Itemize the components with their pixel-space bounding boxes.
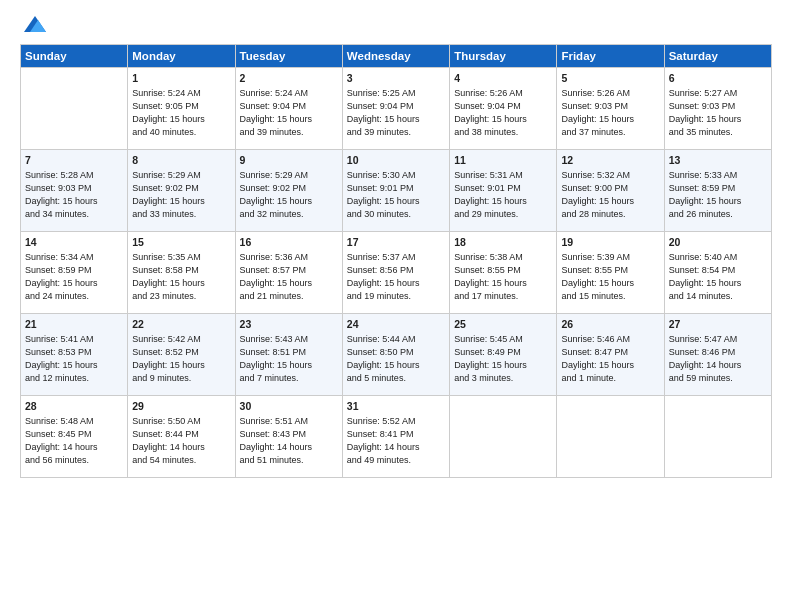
day-info: Sunrise: 5:26 AM Sunset: 9:04 PM Dayligh… xyxy=(454,87,552,139)
day-info: Sunrise: 5:50 AM Sunset: 8:44 PM Dayligh… xyxy=(132,415,230,467)
day-info: Sunrise: 5:32 AM Sunset: 9:00 PM Dayligh… xyxy=(561,169,659,221)
calendar-cell: 31Sunrise: 5:52 AM Sunset: 8:41 PM Dayli… xyxy=(342,396,449,478)
week-row-2: 7Sunrise: 5:28 AM Sunset: 9:03 PM Daylig… xyxy=(21,150,772,232)
day-info: Sunrise: 5:28 AM Sunset: 9:03 PM Dayligh… xyxy=(25,169,123,221)
day-info: Sunrise: 5:46 AM Sunset: 8:47 PM Dayligh… xyxy=(561,333,659,385)
calendar-cell: 17Sunrise: 5:37 AM Sunset: 8:56 PM Dayli… xyxy=(342,232,449,314)
calendar-cell: 9Sunrise: 5:29 AM Sunset: 9:02 PM Daylig… xyxy=(235,150,342,232)
day-info: Sunrise: 5:27 AM Sunset: 9:03 PM Dayligh… xyxy=(669,87,767,139)
calendar-cell: 23Sunrise: 5:43 AM Sunset: 8:51 PM Dayli… xyxy=(235,314,342,396)
day-info: Sunrise: 5:40 AM Sunset: 8:54 PM Dayligh… xyxy=(669,251,767,303)
day-number: 31 xyxy=(347,399,445,414)
day-info: Sunrise: 5:37 AM Sunset: 8:56 PM Dayligh… xyxy=(347,251,445,303)
day-info: Sunrise: 5:29 AM Sunset: 9:02 PM Dayligh… xyxy=(132,169,230,221)
logo-icon xyxy=(24,16,46,32)
day-number: 22 xyxy=(132,317,230,332)
calendar-cell: 12Sunrise: 5:32 AM Sunset: 9:00 PM Dayli… xyxy=(557,150,664,232)
day-info: Sunrise: 5:33 AM Sunset: 8:59 PM Dayligh… xyxy=(669,169,767,221)
calendar-cell: 5Sunrise: 5:26 AM Sunset: 9:03 PM Daylig… xyxy=(557,68,664,150)
day-number: 5 xyxy=(561,71,659,86)
day-number: 21 xyxy=(25,317,123,332)
calendar-cell: 27Sunrise: 5:47 AM Sunset: 8:46 PM Dayli… xyxy=(664,314,771,396)
day-info: Sunrise: 5:25 AM Sunset: 9:04 PM Dayligh… xyxy=(347,87,445,139)
calendar-cell: 24Sunrise: 5:44 AM Sunset: 8:50 PM Dayli… xyxy=(342,314,449,396)
day-info: Sunrise: 5:36 AM Sunset: 8:57 PM Dayligh… xyxy=(240,251,338,303)
calendar-cell: 22Sunrise: 5:42 AM Sunset: 8:52 PM Dayli… xyxy=(128,314,235,396)
calendar-cell: 6Sunrise: 5:27 AM Sunset: 9:03 PM Daylig… xyxy=(664,68,771,150)
day-number: 1 xyxy=(132,71,230,86)
day-info: Sunrise: 5:29 AM Sunset: 9:02 PM Dayligh… xyxy=(240,169,338,221)
day-number: 13 xyxy=(669,153,767,168)
calendar-cell: 16Sunrise: 5:36 AM Sunset: 8:57 PM Dayli… xyxy=(235,232,342,314)
day-number: 18 xyxy=(454,235,552,250)
calendar-cell xyxy=(450,396,557,478)
day-info: Sunrise: 5:30 AM Sunset: 9:01 PM Dayligh… xyxy=(347,169,445,221)
calendar-cell: 14Sunrise: 5:34 AM Sunset: 8:59 PM Dayli… xyxy=(21,232,128,314)
calendar-cell: 1Sunrise: 5:24 AM Sunset: 9:05 PM Daylig… xyxy=(128,68,235,150)
day-number: 19 xyxy=(561,235,659,250)
day-number: 7 xyxy=(25,153,123,168)
calendar-cell xyxy=(557,396,664,478)
header-row: Sunday Monday Tuesday Wednesday Thursday… xyxy=(21,45,772,68)
day-info: Sunrise: 5:35 AM Sunset: 8:58 PM Dayligh… xyxy=(132,251,230,303)
day-info: Sunrise: 5:45 AM Sunset: 8:49 PM Dayligh… xyxy=(454,333,552,385)
calendar-cell: 7Sunrise: 5:28 AM Sunset: 9:03 PM Daylig… xyxy=(21,150,128,232)
day-info: Sunrise: 5:39 AM Sunset: 8:55 PM Dayligh… xyxy=(561,251,659,303)
day-info: Sunrise: 5:31 AM Sunset: 9:01 PM Dayligh… xyxy=(454,169,552,221)
calendar-cell: 10Sunrise: 5:30 AM Sunset: 9:01 PM Dayli… xyxy=(342,150,449,232)
day-info: Sunrise: 5:44 AM Sunset: 8:50 PM Dayligh… xyxy=(347,333,445,385)
col-wednesday: Wednesday xyxy=(342,45,449,68)
calendar-cell: 4Sunrise: 5:26 AM Sunset: 9:04 PM Daylig… xyxy=(450,68,557,150)
day-number: 8 xyxy=(132,153,230,168)
col-sunday: Sunday xyxy=(21,45,128,68)
day-number: 4 xyxy=(454,71,552,86)
day-info: Sunrise: 5:51 AM Sunset: 8:43 PM Dayligh… xyxy=(240,415,338,467)
day-number: 27 xyxy=(669,317,767,332)
calendar-cell: 28Sunrise: 5:48 AM Sunset: 8:45 PM Dayli… xyxy=(21,396,128,478)
day-info: Sunrise: 5:42 AM Sunset: 8:52 PM Dayligh… xyxy=(132,333,230,385)
day-info: Sunrise: 5:24 AM Sunset: 9:04 PM Dayligh… xyxy=(240,87,338,139)
calendar-cell: 29Sunrise: 5:50 AM Sunset: 8:44 PM Dayli… xyxy=(128,396,235,478)
day-info: Sunrise: 5:41 AM Sunset: 8:53 PM Dayligh… xyxy=(25,333,123,385)
col-friday: Friday xyxy=(557,45,664,68)
day-info: Sunrise: 5:52 AM Sunset: 8:41 PM Dayligh… xyxy=(347,415,445,467)
day-number: 12 xyxy=(561,153,659,168)
day-number: 15 xyxy=(132,235,230,250)
day-number: 26 xyxy=(561,317,659,332)
calendar-cell: 21Sunrise: 5:41 AM Sunset: 8:53 PM Dayli… xyxy=(21,314,128,396)
calendar-cell xyxy=(664,396,771,478)
day-info: Sunrise: 5:48 AM Sunset: 8:45 PM Dayligh… xyxy=(25,415,123,467)
calendar-cell: 13Sunrise: 5:33 AM Sunset: 8:59 PM Dayli… xyxy=(664,150,771,232)
day-number: 24 xyxy=(347,317,445,332)
day-number: 14 xyxy=(25,235,123,250)
header xyxy=(20,16,772,36)
calendar-cell xyxy=(21,68,128,150)
day-number: 23 xyxy=(240,317,338,332)
day-number: 28 xyxy=(25,399,123,414)
week-row-5: 28Sunrise: 5:48 AM Sunset: 8:45 PM Dayli… xyxy=(21,396,772,478)
day-number: 9 xyxy=(240,153,338,168)
calendar-cell: 11Sunrise: 5:31 AM Sunset: 9:01 PM Dayli… xyxy=(450,150,557,232)
col-monday: Monday xyxy=(128,45,235,68)
col-tuesday: Tuesday xyxy=(235,45,342,68)
day-info: Sunrise: 5:47 AM Sunset: 8:46 PM Dayligh… xyxy=(669,333,767,385)
day-number: 29 xyxy=(132,399,230,414)
day-number: 20 xyxy=(669,235,767,250)
day-info: Sunrise: 5:43 AM Sunset: 8:51 PM Dayligh… xyxy=(240,333,338,385)
day-info: Sunrise: 5:34 AM Sunset: 8:59 PM Dayligh… xyxy=(25,251,123,303)
calendar-cell: 3Sunrise: 5:25 AM Sunset: 9:04 PM Daylig… xyxy=(342,68,449,150)
col-thursday: Thursday xyxy=(450,45,557,68)
day-number: 11 xyxy=(454,153,552,168)
calendar-cell: 30Sunrise: 5:51 AM Sunset: 8:43 PM Dayli… xyxy=(235,396,342,478)
day-number: 10 xyxy=(347,153,445,168)
calendar-cell: 8Sunrise: 5:29 AM Sunset: 9:02 PM Daylig… xyxy=(128,150,235,232)
day-number: 25 xyxy=(454,317,552,332)
day-number: 16 xyxy=(240,235,338,250)
day-number: 2 xyxy=(240,71,338,86)
week-row-4: 21Sunrise: 5:41 AM Sunset: 8:53 PM Dayli… xyxy=(21,314,772,396)
week-row-3: 14Sunrise: 5:34 AM Sunset: 8:59 PM Dayli… xyxy=(21,232,772,314)
calendar-cell: 2Sunrise: 5:24 AM Sunset: 9:04 PM Daylig… xyxy=(235,68,342,150)
logo xyxy=(20,16,46,36)
day-number: 30 xyxy=(240,399,338,414)
day-number: 6 xyxy=(669,71,767,86)
